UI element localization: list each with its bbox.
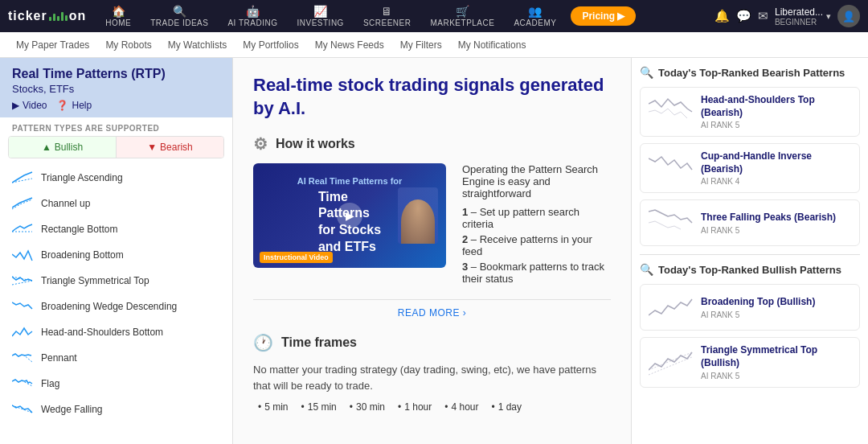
pattern-chart-icon	[12, 402, 35, 417]
page-title: Real-time stock trading signals generate…	[253, 74, 611, 120]
home-icon: 🏠	[112, 5, 126, 18]
timeframe-15min: 15 min	[297, 400, 342, 414]
pattern-name: Triangle Symmetrical Top (Bullish)	[701, 344, 851, 369]
nav-academy[interactable]: 👥 ACADEMY	[506, 2, 564, 31]
list-item[interactable]: Rectangle Bottom	[0, 216, 232, 242]
timeframes-list: 5 min 15 min 30 min 1 hour 4 hour 1 day	[253, 400, 611, 414]
pattern-sparkline-icon	[649, 152, 693, 184]
list-item[interactable]: Head-and-Shoulders Bottom	[0, 319, 232, 345]
timeframe-1hour: 1 hour	[393, 400, 436, 414]
pattern-card-info: Cup-and-Handle Inverse (Bearish) AI RANK…	[701, 150, 851, 186]
pattern-chart-icon	[12, 376, 35, 391]
sidebar: Real Time Patterns (RTP) Stocks, ETFs ▶ …	[0, 58, 233, 444]
bearish-toggle[interactable]: ▼ Bearish	[117, 137, 223, 158]
chat-icon[interactable]: 💬	[736, 9, 751, 23]
video-thumbnail[interactable]: AI Real Time Patterns for TimePatternsfo…	[253, 163, 446, 268]
main-layout: Real Time Patterns (RTP) Stocks, ETFs ▶ …	[0, 58, 868, 444]
pattern-chart-icon	[12, 325, 35, 339]
video-title: AI Real Time Patterns for	[289, 176, 411, 186]
mail-icon[interactable]: ✉	[758, 9, 768, 23]
list-item[interactable]: Broadening Wedge Descending	[0, 294, 232, 319]
bearish-pattern-card-2[interactable]: Cup-and-Handle Inverse (Bearish) AI RANK…	[640, 143, 860, 193]
list-item[interactable]: Triangle Symmetrical Top	[0, 268, 232, 294]
notification-bell-icon[interactable]: 🔔	[714, 9, 730, 23]
timeframe-30min: 30 min	[345, 400, 390, 414]
pattern-chart-icon	[12, 196, 35, 211]
nav-trade-ideas[interactable]: 🔍 TRADE IDEAS	[142, 2, 216, 31]
section-divider	[640, 254, 860, 255]
logo-text-ticker: ticker	[8, 9, 47, 23]
avatar[interactable]: 👤	[837, 5, 860, 27]
timeframes-heading: 🕐 Time frames	[253, 333, 611, 352]
sec-nav-news-feeds[interactable]: My News Feeds	[315, 36, 384, 54]
bearish-pattern-card-3[interactable]: Three Falling Peaks (Bearish) AI RANK 5	[640, 199, 860, 246]
nav-investing[interactable]: 📈 INVESTING	[289, 2, 351, 31]
bearish-patterns-title: 🔍 Today's Top-Ranked Bearish Patterns	[640, 66, 860, 79]
pattern-chart-icon	[12, 299, 35, 314]
top-navigation: ticker on 🏠 HOME 🔍 TRADE IDEAS 🤖 AI TRAD…	[0, 0, 868, 32]
pattern-name: Cup-and-Handle Inverse (Bearish)	[701, 150, 851, 175]
marketplace-icon: 🛒	[456, 5, 470, 18]
read-more-link[interactable]: READ MORE ›	[398, 307, 467, 319]
chevron-right-icon: ›	[463, 307, 467, 319]
user-menu[interactable]: Liberated... BEGINNER ▾	[775, 6, 831, 27]
pattern-rank: AI RANK 5	[701, 226, 851, 235]
pattern-chart-icon	[12, 273, 35, 288]
step-1: 1 – Set up pattern search criteria	[462, 206, 611, 230]
pattern-card-info: Broadening Top (Bullish) AI RANK 5	[701, 296, 851, 319]
svg-line-2	[12, 281, 32, 285]
pattern-name: Head-and-Shoulders Top (Bearish)	[701, 94, 851, 119]
pattern-chart-icon	[12, 222, 35, 236]
logo-text-on: on	[69, 9, 87, 23]
bullish-arrow-icon: ▲	[42, 142, 51, 153]
pattern-chart-icon	[12, 248, 35, 262]
list-item[interactable]: Broadening Bottom	[0, 242, 232, 268]
top-right-area: 🔔 💬 ✉ Liberated... BEGINNER ▾ 👤	[714, 5, 860, 27]
secondary-navigation: My Paper Trades My Robots My Watchlists …	[0, 32, 868, 58]
list-item[interactable]: Flag	[0, 371, 232, 397]
pattern-card-info: Three Falling Peaks (Bearish) AI RANK 5	[701, 212, 851, 235]
bearish-pattern-card-1[interactable]: Head-and-Shoulders Top (Bearish) AI RANK…	[640, 87, 860, 137]
clock-icon: 🕐	[253, 333, 273, 352]
pattern-rank: AI RANK 5	[701, 372, 851, 380]
sidebar-video-link[interactable]: ▶ Video	[12, 100, 47, 111]
pricing-button[interactable]: Pricing ▶	[571, 6, 636, 26]
sec-nav-robots[interactable]: My Robots	[105, 36, 151, 54]
sec-nav-filters[interactable]: My Filters	[400, 36, 442, 54]
user-name: Liberated...	[775, 6, 823, 18]
bullish-patterns-title: 🔍 Today's Top-Ranked Bullish Patterns	[640, 263, 860, 276]
timeframes-section: 🕐 Time frames No matter your trading str…	[253, 333, 611, 414]
sidebar-header: Real Time Patterns (RTP) Stocks, ETFs ▶ …	[0, 58, 232, 117]
bullish-toggle[interactable]: ▲ Bullish	[9, 137, 117, 158]
sidebar-help-link[interactable]: ❓ Help	[56, 100, 92, 111]
sec-nav-notifications[interactable]: My Notifications	[458, 36, 526, 54]
list-item[interactable]: Pennant	[0, 345, 232, 371]
sec-nav-paper-trades[interactable]: My Paper Trades	[16, 36, 89, 54]
list-item[interactable]: Wedge Falling	[0, 397, 232, 422]
read-more-section: READ MORE ›	[253, 299, 611, 322]
pattern-type-toggle: ▲ Bullish ▼ Bearish	[8, 136, 224, 158]
ai-icon: 🤖	[246, 5, 260, 18]
pattern-sparkline-icon	[649, 96, 693, 128]
bullish-pattern-card-2[interactable]: Triangle Symmetrical Top (Bullish) AI RA…	[640, 337, 860, 387]
pattern-card-info: Triangle Symmetrical Top (Bullish) AI RA…	[701, 344, 851, 380]
sec-nav-portfolios[interactable]: My Portfolios	[243, 36, 298, 54]
nav-screener[interactable]: 🖥 SCREENER	[355, 2, 420, 31]
pattern-card-info: Head-and-Shoulders Top (Bearish) AI RANK…	[701, 94, 851, 130]
pattern-rank: AI RANK 4	[701, 177, 851, 186]
video-description: Operating the Pattern Search Engine is e…	[462, 163, 611, 288]
nav-ai-trading[interactable]: 🤖 AI TRADING	[219, 2, 285, 31]
logo-bars-icon	[49, 12, 68, 21]
bullish-pattern-card-1[interactable]: Broadening Top (Bullish) AI RANK 5	[640, 284, 860, 331]
academy-icon: 👥	[528, 5, 542, 18]
right-panel: 🔍 Today's Top-Ranked Bearish Patterns He…	[631, 58, 868, 444]
nav-home[interactable]: 🏠 HOME	[97, 2, 139, 31]
list-item[interactable]: Triangle Ascending	[0, 165, 232, 191]
list-item[interactable]: Channel up	[0, 191, 232, 216]
pattern-name: Broadening Top (Bullish)	[701, 296, 851, 309]
how-it-works-heading: ⚙ How it works	[253, 134, 611, 154]
play-button[interactable]: ▶	[337, 203, 362, 228]
logo[interactable]: ticker on	[8, 9, 86, 23]
nav-marketplace[interactable]: 🛒 MARKETPLACE	[422, 2, 502, 31]
sec-nav-watchlists[interactable]: My Watchlists	[168, 36, 227, 54]
